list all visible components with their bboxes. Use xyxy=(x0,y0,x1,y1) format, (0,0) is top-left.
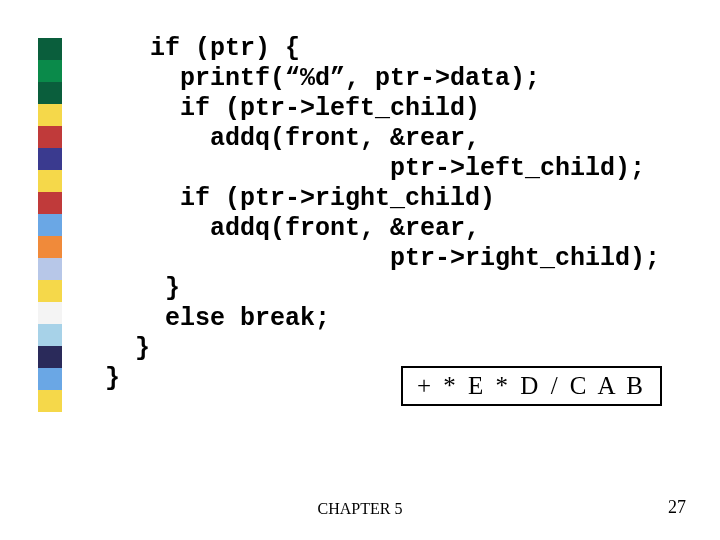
decorative-square xyxy=(38,324,62,346)
decorative-square xyxy=(38,280,62,302)
footer-page-number: 27 xyxy=(668,497,686,518)
decorative-square xyxy=(38,148,62,170)
decorative-square xyxy=(38,170,62,192)
decorative-square xyxy=(38,258,62,280)
decorative-square xyxy=(38,82,62,104)
decorative-square xyxy=(38,368,62,390)
decorative-square xyxy=(38,192,62,214)
decorative-square xyxy=(38,104,62,126)
decorative-sidebar xyxy=(38,38,62,412)
decorative-square xyxy=(38,302,62,324)
footer-chapter: CHAPTER 5 xyxy=(0,500,720,518)
decorative-square xyxy=(38,236,62,258)
decorative-square xyxy=(38,390,62,412)
decorative-square xyxy=(38,346,62,368)
decorative-square xyxy=(38,60,62,82)
output-box: + * E * D / C A B xyxy=(401,366,662,406)
code-block: if (ptr) { printf(“%d”, ptr->data); if (… xyxy=(105,34,660,394)
decorative-square xyxy=(38,38,62,60)
decorative-square xyxy=(38,126,62,148)
decorative-square xyxy=(38,214,62,236)
